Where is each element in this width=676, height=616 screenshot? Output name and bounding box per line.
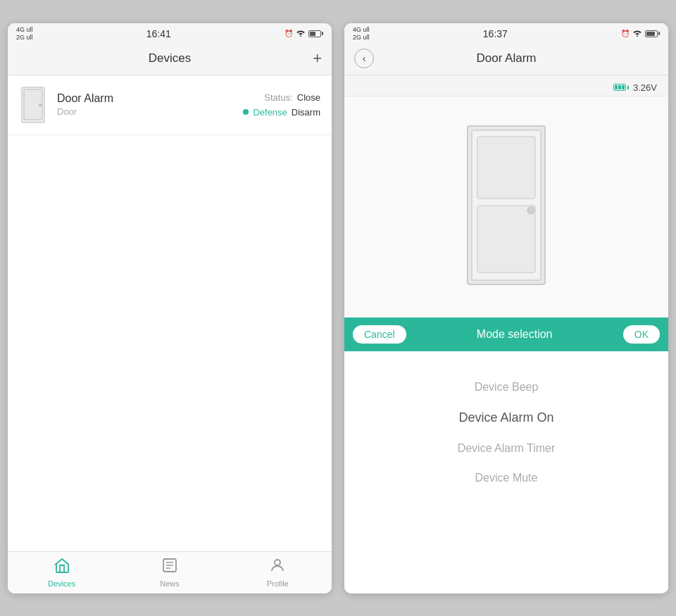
right-phone: 4G ull 2G ull 16:37 ⏰ ‹ Door Alarm xyxy=(344,23,668,593)
tab-devices-label: Devices xyxy=(48,579,75,588)
signal-info: 4G ull 2G ull xyxy=(16,26,33,42)
tab-news[interactable]: News xyxy=(115,552,223,593)
ok-button[interactable]: OK xyxy=(623,325,660,344)
signal-2g-right: 2G ull xyxy=(353,34,370,42)
options-list: Device Beep Device Alarm On Device Alarm… xyxy=(344,351,668,593)
option-device-alarm-on[interactable]: Device Alarm On xyxy=(344,402,668,434)
device-item-door-alarm[interactable]: Door Alarm Door Status: Close Defense Di… xyxy=(8,75,332,135)
svg-point-2 xyxy=(39,103,42,106)
add-device-button[interactable]: + xyxy=(313,49,322,68)
option-device-alarm-timer[interactable]: Device Alarm Timer xyxy=(344,434,668,463)
status-value: Close xyxy=(297,92,320,103)
tab-profile-label: Profile xyxy=(267,579,289,588)
battery-voltage-bar: 3.26V xyxy=(344,75,668,96)
status-time-left: 16:41 xyxy=(146,28,171,39)
svg-point-7 xyxy=(275,560,280,565)
wifi-icon-right xyxy=(632,29,642,38)
alarm-icon: ⏰ xyxy=(284,30,293,37)
top-nav-left: Devices + xyxy=(8,43,332,75)
device-type: Door xyxy=(57,106,233,117)
device-name: Door Alarm xyxy=(57,92,233,105)
page-title-right: Door Alarm xyxy=(476,51,536,65)
back-button[interactable]: ‹ xyxy=(354,49,374,68)
mode-selection-bar: Cancel Mode selection OK xyxy=(344,318,668,351)
home-icon xyxy=(54,557,70,578)
left-phone: 4G ull 2G ull 16:41 ⏰ Devices + xyxy=(8,23,332,593)
status-bar-right: 4G ull 2G ull 16:37 ⏰ xyxy=(344,23,668,43)
option-device-mute[interactable]: Device Mute xyxy=(344,463,668,493)
defense-row: Defense Disarm xyxy=(243,107,320,118)
device-status: Status: Close Defense Disarm xyxy=(243,92,320,118)
status-icons-left: ⏰ xyxy=(284,29,323,38)
door-device-icon xyxy=(19,85,47,125)
battery-icon-right xyxy=(645,30,660,37)
profile-icon xyxy=(269,557,286,578)
signal-4g-right: 4G ull xyxy=(353,26,370,34)
status-label: Status: xyxy=(264,92,292,103)
signal-2g: 2G ull xyxy=(16,34,33,42)
top-nav-right: ‹ Door Alarm xyxy=(344,43,668,75)
svg-point-12 xyxy=(527,207,534,214)
wifi-icon xyxy=(296,29,306,38)
door-illustration xyxy=(461,122,552,291)
status-icons-right: ⏰ xyxy=(621,29,660,38)
cancel-button[interactable]: Cancel xyxy=(353,325,406,344)
door-image-area xyxy=(344,96,668,318)
tab-bar-left: Devices News Profile xyxy=(8,551,332,593)
defense-label: Defense xyxy=(253,107,287,118)
svg-rect-10 xyxy=(477,137,535,199)
news-icon xyxy=(161,557,178,578)
close-status-row: Status: Close xyxy=(264,92,320,103)
status-time-right: 16:37 xyxy=(483,28,508,39)
alarm-icon-right: ⏰ xyxy=(621,30,630,37)
battery-icon-left xyxy=(308,30,323,37)
page-title-left: Devices xyxy=(149,51,191,65)
signal-info-right: 4G ull 2G ull xyxy=(353,26,370,42)
mode-title: Mode selection xyxy=(477,328,553,341)
option-device-beep[interactable]: Device Beep xyxy=(344,372,668,402)
arm-status: Disarm xyxy=(292,107,320,118)
defense-dot xyxy=(243,109,249,115)
tab-devices[interactable]: Devices xyxy=(8,552,115,593)
status-bar-left: 4G ull 2G ull 16:41 ⏰ xyxy=(8,23,332,43)
device-info: Door Alarm Door xyxy=(57,92,233,117)
voltage-value: 3.26V xyxy=(633,82,657,93)
signal-4g: 4G ull xyxy=(16,26,33,34)
svg-rect-11 xyxy=(477,206,535,272)
battery-green-icon xyxy=(613,84,629,91)
tab-profile[interactable]: Profile xyxy=(224,552,332,593)
back-arrow-icon: ‹ xyxy=(363,53,366,64)
tab-news-label: News xyxy=(160,579,180,588)
device-list: Door Alarm Door Status: Close Defense Di… xyxy=(8,75,332,551)
